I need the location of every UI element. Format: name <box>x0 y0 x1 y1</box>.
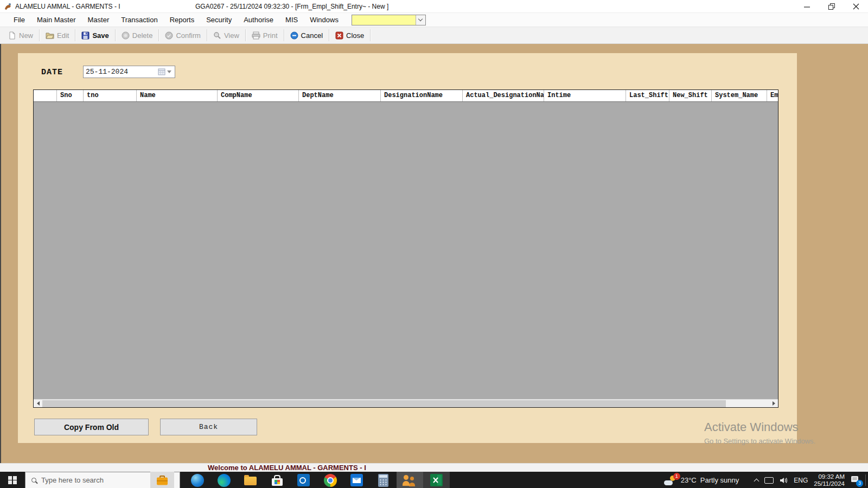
tablet-mode-icon[interactable] <box>764 477 774 484</box>
copy-from-old-button[interactable]: Copy From Old <box>34 419 149 435</box>
taskbar-app-briefcase[interactable] <box>150 472 174 488</box>
taskbar-app-mail[interactable] <box>343 472 370 488</box>
floppy-disk-icon <box>81 31 90 40</box>
view-button-label: View <box>224 31 239 40</box>
combobox-value <box>352 15 416 25</box>
taskbar-app-icons <box>184 472 450 488</box>
delete-button-label: Delete <box>132 31 153 40</box>
date-picker[interactable] <box>83 66 175 78</box>
notification-center-button[interactable]: 3 <box>851 476 859 485</box>
restore-button[interactable] <box>819 0 844 13</box>
application-window: ALAMELU AMMAL - GARMENTS - I GGA0267 - 2… <box>0 0 868 488</box>
speaker-icon[interactable] <box>780 477 788 484</box>
welcome-status-text: Welcome to ALAMELU AMMAL - GARMENTS - I <box>0 464 868 472</box>
grid-column-header-last-shift: Last_Shift <box>626 90 669 102</box>
save-button-label: Save <box>92 31 108 40</box>
microsoft-store-icon <box>272 478 283 486</box>
date-label: DATE <box>41 68 63 77</box>
notification-count-badge: 3 <box>856 480 863 487</box>
start-button[interactable] <box>0 472 25 488</box>
calendar-icon[interactable] <box>158 68 165 75</box>
date-dropdown-arrow-icon[interactable] <box>167 70 171 73</box>
taskbar-clock[interactable]: 09:32 AM 25/11/2024 <box>814 473 845 487</box>
taskbar-app-chrome[interactable] <box>317 472 343 488</box>
clock-date: 25/11/2024 <box>814 480 845 487</box>
arrow-right-icon <box>773 401 775 406</box>
quick-search-combobox[interactable] <box>352 15 426 25</box>
toolbar-separator <box>284 29 284 41</box>
language-indicator[interactable]: ENG <box>794 477 808 484</box>
taskbar-app-outlook[interactable] <box>290 472 317 488</box>
taskbar-app-edge[interactable] <box>210 472 237 488</box>
minimize-icon <box>804 4 810 10</box>
toolbar-separator <box>115 29 116 41</box>
employee-shift-grid: Sno tno Name CompName DeptName Designati… <box>33 89 778 408</box>
taskbar-app-store[interactable] <box>264 472 290 488</box>
grid-column-header-deptname: DeptName <box>299 90 381 102</box>
toolbar-separator <box>329 29 329 41</box>
clock-time: 09:32 AM <box>814 473 845 480</box>
toolbar: New Edit Save Delete Confirm View <box>0 27 868 44</box>
grid-column-header-intime: Intime <box>544 90 626 102</box>
app-icon <box>4 2 12 10</box>
menu-item-windows[interactable]: Windows <box>304 13 344 27</box>
taskbar-app-excel-active[interactable] <box>423 472 450 488</box>
print-button[interactable]: Print <box>247 28 283 42</box>
back-button[interactable]: Back <box>160 419 257 435</box>
date-input[interactable] <box>84 68 158 76</box>
toolbar-separator <box>158 29 159 41</box>
minimize-button[interactable] <box>795 0 819 13</box>
close-form-button[interactable]: Close <box>330 28 369 42</box>
taskbar-app-calculator[interactable] <box>370 472 397 488</box>
cancel-button[interactable]: Cancel <box>285 28 328 42</box>
menu-item-authorise[interactable]: Authorise <box>238 13 279 27</box>
excel-icon <box>430 474 443 486</box>
close-button[interactable] <box>844 0 868 13</box>
scroll-right-button[interactable] <box>769 400 778 408</box>
menu-item-master[interactable]: Master <box>81 13 115 27</box>
menu-item-main-master[interactable]: Main Master <box>31 13 82 27</box>
mail-icon <box>350 474 363 486</box>
taskbar-app-file-explorer[interactable] <box>237 472 264 488</box>
magnifier-icon <box>213 31 221 40</box>
windows-taskbar: 1 23°C Partly sunny ENG 09:32 AM 25/11/2… <box>0 472 868 488</box>
edit-button[interactable]: Edit <box>41 28 74 42</box>
toolbar-separator <box>245 29 246 41</box>
confirm-button[interactable]: Confirm <box>160 28 206 42</box>
scrollbar-thumb[interactable] <box>42 400 726 407</box>
save-button[interactable]: Save <box>76 28 113 42</box>
grid-column-header-tno: tno <box>84 90 137 102</box>
calculator-icon <box>378 474 388 487</box>
scrollbar-track[interactable] <box>42 400 769 408</box>
menu-item-transaction[interactable]: Transaction <box>115 13 163 27</box>
weather-icon: 1 <box>664 475 677 486</box>
weather-widget[interactable]: 1 23°C Partly sunny <box>664 475 739 486</box>
menu-item-mis[interactable]: MIS <box>279 13 304 27</box>
print-button-label: Print <box>263 31 278 40</box>
taskbar-app-internet-explorer[interactable] <box>184 472 210 488</box>
shift-entry-form: DATE Sno tno Name CompName DeptName Desi… <box>18 53 797 443</box>
cancel-button-label: Cancel <box>301 31 323 40</box>
menu-bar: File Main Master Master Transaction Repo… <box>0 13 868 27</box>
grid-body-empty[interactable] <box>34 102 778 399</box>
restore-icon <box>828 3 835 10</box>
show-desktop-divider[interactable] <box>865 474 866 486</box>
menu-item-reports[interactable]: Reports <box>164 13 201 27</box>
edge-browser-icon <box>218 474 231 487</box>
scroll-left-button[interactable] <box>34 400 42 408</box>
menu-item-file[interactable]: File <box>8 13 31 27</box>
search-input[interactable] <box>41 476 123 484</box>
grid-column-header-selector <box>34 90 57 102</box>
toolbar-separator <box>370 29 371 41</box>
new-button[interactable]: New <box>3 28 38 42</box>
menu-item-security[interactable]: Security <box>200 13 238 27</box>
tray-overflow-chevron-icon[interactable] <box>754 479 760 484</box>
view-button[interactable]: View <box>208 28 244 42</box>
taskbar-app-people-active[interactable] <box>397 472 423 488</box>
combobox-dropdown-button[interactable] <box>416 15 425 25</box>
cancel-circle-icon <box>290 31 298 40</box>
status-bar: Welcome to ALAMELU AMMAL - GARMENTS - I <box>0 463 868 472</box>
close-form-button-label: Close <box>346 31 364 40</box>
mdi-workspace: DATE Sno tno Name CompName DeptName Desi… <box>0 44 868 463</box>
delete-button[interactable]: Delete <box>117 28 158 42</box>
